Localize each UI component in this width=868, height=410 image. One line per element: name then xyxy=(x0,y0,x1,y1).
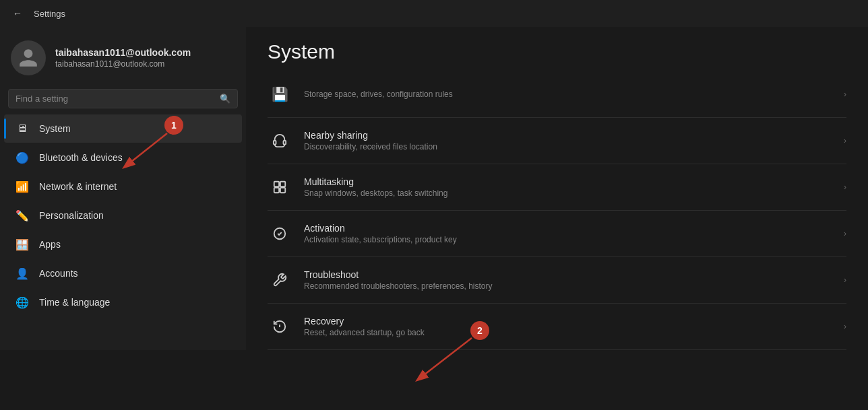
sidebar-item-label-apps: Apps xyxy=(39,239,61,250)
multitasking-title: Multitasking xyxy=(304,176,832,187)
accounts-icon: 👤 xyxy=(15,266,30,281)
time-icon: 🌐 xyxy=(15,295,30,310)
user-avatar-icon xyxy=(18,47,39,69)
sidebar-item-label-accounts: Accounts xyxy=(39,268,78,279)
activation-icon xyxy=(268,221,292,246)
settings-list: 💾 Storage space, drives, configuration r… xyxy=(246,71,868,350)
chevron-right-icon-activation: › xyxy=(844,229,846,238)
recovery-icon xyxy=(268,314,292,339)
sidebar-item-time[interactable]: 🌐 Time & language xyxy=(4,288,242,316)
nearby-sharing-icon xyxy=(268,129,292,153)
svg-rect-3 xyxy=(280,182,285,186)
nearby-sharing-title: Nearby sharing xyxy=(304,130,832,141)
content-area: System 💾 Storage space, drives, configur… xyxy=(246,27,868,350)
sidebar-item-label-personalization: Personalization xyxy=(39,210,104,221)
settings-item-multitasking[interactable]: Multitasking Snap windows, desktops, tas… xyxy=(268,164,846,211)
chevron-right-icon: › xyxy=(844,90,846,99)
svg-rect-2 xyxy=(274,182,279,186)
recovery-desc: Reset, advanced startup, go back xyxy=(304,328,832,337)
nearby-sharing-desc: Discoverability, received files location xyxy=(304,142,832,151)
back-icon: ← xyxy=(13,8,22,19)
search-box[interactable]: 🔍 xyxy=(8,89,238,108)
avatar xyxy=(11,40,46,75)
titlebar: ← Settings xyxy=(0,0,868,27)
sidebar-item-personalization[interactable]: ✏️ Personalization xyxy=(4,201,242,230)
svg-rect-5 xyxy=(280,188,285,193)
recovery-title: Recovery xyxy=(304,316,832,327)
sidebar-item-network[interactable]: 📶 Network & internet xyxy=(4,172,242,201)
personalization-icon: ✏️ xyxy=(15,208,30,223)
svg-rect-4 xyxy=(274,188,279,193)
activation-title: Activation xyxy=(304,223,832,234)
sidebar-item-label-time: Time & language xyxy=(39,297,110,308)
sidebar: taibahasan1011@outlook.com taibahasan101… xyxy=(0,27,246,350)
chevron-right-icon-troubleshoot: › xyxy=(844,275,846,285)
search-icon: 🔍 xyxy=(220,94,230,104)
nav-menu: 🖥 System 🔵 Bluetooth & devices 📶 Network… xyxy=(0,114,246,317)
bluetooth-icon: 🔵 xyxy=(15,150,30,165)
sidebar-item-label-network: Network & internet xyxy=(39,181,117,192)
sidebar-item-system[interactable]: 🖥 System xyxy=(4,114,242,143)
sidebar-item-label-bluetooth: Bluetooth & devices xyxy=(39,152,123,163)
sidebar-item-accounts[interactable]: 👤 Accounts xyxy=(4,259,242,287)
sidebar-item-label-system: System xyxy=(39,123,71,134)
chevron-right-icon-nearby: › xyxy=(844,136,846,145)
chevron-right-icon-recovery: › xyxy=(844,322,846,331)
user-email: taibahasan1011@outlook.com xyxy=(55,59,191,69)
page-title: System xyxy=(268,40,846,63)
settings-item-nearby-sharing[interactable]: Nearby sharing Discoverability, received… xyxy=(268,118,846,164)
svg-rect-0 xyxy=(274,141,276,145)
troubleshoot-title: Troubleshoot xyxy=(304,269,832,280)
settings-item-recovery[interactable]: Recovery Reset, advanced startup, go bac… xyxy=(268,304,846,350)
back-button[interactable]: ← xyxy=(8,4,27,23)
user-profile[interactable]: taibahasan1011@outlook.com taibahasan101… xyxy=(0,27,246,86)
storage-icon: 💾 xyxy=(268,82,292,106)
system-icon: 🖥 xyxy=(15,121,30,136)
content-header: System xyxy=(246,27,868,71)
svg-rect-1 xyxy=(284,141,286,145)
apps-icon: 🪟 xyxy=(15,237,30,252)
storage-desc: Storage space, drives, configuration rul… xyxy=(304,90,832,99)
titlebar-title: Settings xyxy=(34,9,65,19)
user-info: taibahasan1011@outlook.com taibahasan101… xyxy=(55,47,191,69)
troubleshoot-desc: Recommended troubleshooters, preferences… xyxy=(304,281,832,291)
settings-item-activation[interactable]: Activation Activation state, subscriptio… xyxy=(268,211,846,257)
settings-item-storage[interactable]: 💾 Storage space, drives, configuration r… xyxy=(268,71,846,118)
troubleshoot-icon xyxy=(268,268,292,292)
settings-item-troubleshoot[interactable]: Troubleshoot Recommended troubleshooters… xyxy=(268,257,846,304)
sidebar-item-apps[interactable]: 🪟 Apps xyxy=(4,230,242,259)
multitasking-desc: Snap windows, desktops, task switching xyxy=(304,189,832,198)
chevron-right-icon-multitask: › xyxy=(844,182,846,192)
activation-desc: Activation state, subscriptions, product… xyxy=(304,235,832,244)
search-input[interactable] xyxy=(16,94,214,104)
search-container: 🔍 xyxy=(0,86,246,114)
user-name: taibahasan1011@outlook.com xyxy=(55,47,191,58)
sidebar-item-bluetooth[interactable]: 🔵 Bluetooth & devices xyxy=(4,143,242,172)
network-icon: 📶 xyxy=(15,179,30,194)
multitasking-icon xyxy=(268,175,292,199)
